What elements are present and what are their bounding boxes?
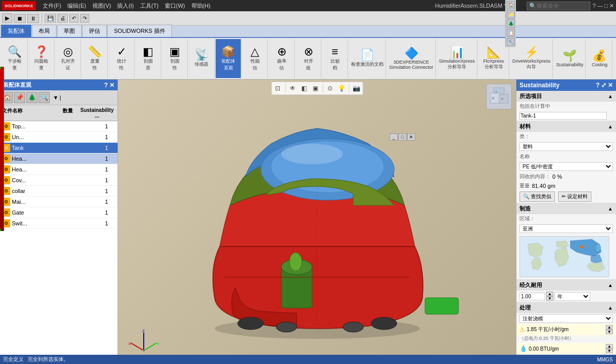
list-item[interactable]: ⚙ Hea... 1 bbox=[0, 164, 118, 175]
list-item[interactable]: ⚙ Swit... 1 bbox=[0, 218, 118, 229]
vt-hide-show[interactable]: ⊙ bbox=[325, 83, 335, 93]
menu-insert[interactable]: 插入(I) bbox=[114, 1, 136, 11]
find-similar-btn[interactable]: 🔍 查找类似 bbox=[519, 191, 555, 202]
viewport-toolbar: ⊡ 👁 ◧ ▣ ⊙ 💡 📷 bbox=[271, 82, 363, 95]
durability-input[interactable] bbox=[519, 293, 545, 300]
process-type-select[interactable]: 注射浇模 bbox=[519, 314, 613, 323]
gas-down-btn[interactable]: ▼ bbox=[606, 349, 613, 353]
redo-btn[interactable]: ↷ bbox=[80, 14, 89, 23]
include-value-field[interactable] bbox=[519, 112, 607, 120]
set-material-btn[interactable]: ✏ 设定材料 bbox=[558, 191, 591, 202]
wc-minimize[interactable]: _ bbox=[390, 133, 398, 141]
vt-lighting[interactable]: 💡 bbox=[336, 83, 346, 93]
menu-tools[interactable]: 工具(T) bbox=[138, 1, 161, 11]
vt-display-style[interactable]: ▣ bbox=[310, 83, 320, 93]
menu-help[interactable]: 帮助(H) bbox=[189, 1, 213, 11]
panel-close-icon[interactable]: ✕ bbox=[109, 82, 114, 89]
tool-3dexperience[interactable]: 🔷 3DEXPERIENCESimulation Connector bbox=[387, 39, 436, 78]
rph-help-icon[interactable]: ? bbox=[596, 82, 600, 89]
tab-sketch[interactable]: 草图 bbox=[57, 25, 82, 37]
menu-edit[interactable]: 编辑(E) bbox=[65, 1, 89, 11]
tree-list: ⚙ Top... 1 ⚙ Un... 1 ⚙ Tank 1 ⚙ Hea... 1… bbox=[0, 121, 118, 364]
tool-perf-eval[interactable]: △ 性能估 bbox=[242, 39, 268, 78]
material-name-select[interactable]: PE 低/中密度 bbox=[519, 162, 613, 171]
tool-curvature[interactable]: ⊕ 曲率估 bbox=[269, 39, 295, 78]
menu-window[interactable]: 窗口(W) bbox=[162, 1, 188, 11]
vt-zoom-fit[interactable]: ⊡ bbox=[273, 83, 283, 93]
list-item-selected[interactable]: ⚙ Tank 1 bbox=[0, 143, 118, 154]
lpn-nav-btn[interactable]: 🌲 bbox=[26, 92, 37, 103]
tool-driveworks[interactable]: ⚡ DriveWorksXpress向导 bbox=[510, 39, 553, 78]
menu-file[interactable]: 文件(F) bbox=[40, 1, 64, 11]
tool-hole-align[interactable]: ◎ 孔对齐证 bbox=[55, 39, 81, 78]
manufacture-collapse-btn[interactable]: ▲ bbox=[608, 206, 613, 212]
world-map bbox=[519, 236, 609, 277]
durability-unit-select[interactable]: 年 bbox=[554, 292, 590, 301]
energy-down-btn[interactable]: ▼ bbox=[606, 330, 613, 334]
tool-interference-check[interactable]: 🔍 干涉检查 bbox=[2, 39, 28, 78]
vt-section[interactable]: ◧ bbox=[299, 83, 309, 93]
durability-spinner[interactable]: ▲ ▼ bbox=[519, 292, 553, 301]
command-search[interactable]: 🔍 bbox=[527, 2, 590, 10]
gas-up-btn[interactable]: ▲ bbox=[606, 344, 613, 349]
tool-costing[interactable]: 💰 Costing bbox=[587, 39, 612, 78]
material-class-select[interactable]: 塑料 bbox=[519, 142, 613, 151]
tool-section-mass[interactable]: ◧ 剖面质 bbox=[136, 39, 161, 78]
print-btn[interactable]: 🖨 bbox=[57, 14, 68, 23]
tool-section-prop[interactable]: ▣ 剖面性 bbox=[162, 39, 188, 78]
durability-collapse-btn[interactable]: ▲ bbox=[608, 282, 613, 288]
lpn-pin-btn[interactable]: 📌 bbox=[14, 92, 25, 103]
gas-spinner[interactable]: ▲ ▼ bbox=[606, 344, 613, 353]
list-item[interactable]: ⚙ collar 1 bbox=[0, 186, 118, 197]
tool-sustainability[interactable]: 🌱 Sustainability bbox=[554, 39, 586, 78]
undo-btn[interactable]: ↶ bbox=[69, 14, 79, 23]
list-item[interactable]: ⚙ Gate 1 bbox=[0, 207, 118, 218]
tool-check-doc[interactable]: 📄 检查激活的文档 bbox=[349, 39, 386, 78]
vt-camera[interactable]: 📷 bbox=[351, 83, 361, 93]
menu-view[interactable]: 视图(V) bbox=[90, 1, 114, 11]
region-select[interactable]: 亚洲 bbox=[519, 224, 613, 233]
item-qty: 1 bbox=[98, 199, 116, 205]
new-btn[interactable]: ▶ bbox=[2, 13, 12, 23]
stop-btn[interactable]: ⏹ bbox=[14, 14, 26, 23]
material-collapse-btn[interactable]: ▲ bbox=[608, 124, 613, 129]
list-item[interactable]: ⚙ Mai... 1 bbox=[0, 197, 118, 207]
list-item[interactable]: ⚙ Hea... 1 bbox=[0, 154, 118, 164]
tool-issue-check[interactable]: ❓ 问题检查 bbox=[29, 39, 54, 78]
durability-up-btn[interactable]: ▲ bbox=[546, 292, 553, 296]
list-item[interactable]: ⚙ Cov... 1 bbox=[0, 175, 118, 186]
viewport[interactable]: ⊡ 👁 ◧ ▣ ⊙ 💡 📷 上 前 右 bbox=[118, 80, 516, 364]
durability-down-btn[interactable]: ▼ bbox=[546, 296, 553, 301]
window-close-icon[interactable]: ✕ bbox=[609, 3, 614, 9]
pause-btn[interactable]: ⏸ bbox=[27, 14, 39, 23]
energy-spinner[interactable]: ▲ ▼ bbox=[606, 325, 613, 334]
tool-sensor[interactable]: 📡 传感器 bbox=[189, 39, 215, 78]
tool-compare[interactable]: ≡ 比较档 bbox=[322, 39, 348, 78]
tab-addins[interactable]: SOLIDWORKS 插件 bbox=[107, 25, 172, 37]
list-item[interactable]: ⚙ Un... 1 bbox=[0, 132, 118, 143]
tool-measure[interactable]: 📏 度量性 bbox=[82, 39, 108, 78]
tool-align[interactable]: ⊗ 对齐值 bbox=[296, 39, 321, 78]
vt-view[interactable]: 👁 bbox=[287, 83, 298, 93]
tab-assembly[interactable]: 装配体 bbox=[1, 25, 31, 37]
tab-evaluate[interactable]: 评估 bbox=[82, 25, 107, 37]
wc-restore[interactable]: □ bbox=[398, 133, 407, 141]
save-btn[interactable]: 💾 bbox=[45, 14, 56, 23]
search-input[interactable] bbox=[536, 3, 588, 9]
tab-layout[interactable]: 布局 bbox=[32, 25, 56, 37]
processing-collapse-btn[interactable]: ▲ bbox=[608, 305, 613, 311]
help-icon[interactable]: ? bbox=[592, 3, 595, 9]
tool-stats[interactable]: ✓ 统计性 bbox=[109, 39, 134, 78]
window-restore-icon[interactable]: □ bbox=[604, 3, 608, 9]
panel-help-icon[interactable]: ? bbox=[104, 82, 108, 89]
tool-assembly-visual[interactable]: 📦 装配体直观 bbox=[216, 39, 241, 78]
window-minimize-icon[interactable]: — bbox=[597, 3, 603, 9]
rph-close-icon[interactable]: ✕ bbox=[608, 82, 613, 89]
wc-close[interactable]: ✕ bbox=[407, 133, 415, 141]
selection-collapse-btn[interactable]: ▲ bbox=[608, 93, 613, 99]
lpn-search-btn[interactable]: 🔍 bbox=[38, 92, 50, 103]
list-item[interactable]: ⚙ Top... 1 bbox=[0, 121, 118, 132]
rph-expand-icon[interactable]: ⤢ bbox=[601, 82, 606, 89]
energy-up-btn[interactable]: ▲ bbox=[606, 325, 613, 330]
tool-simxpress[interactable]: 📊 SimulationXpress分析导导 bbox=[437, 39, 477, 78]
